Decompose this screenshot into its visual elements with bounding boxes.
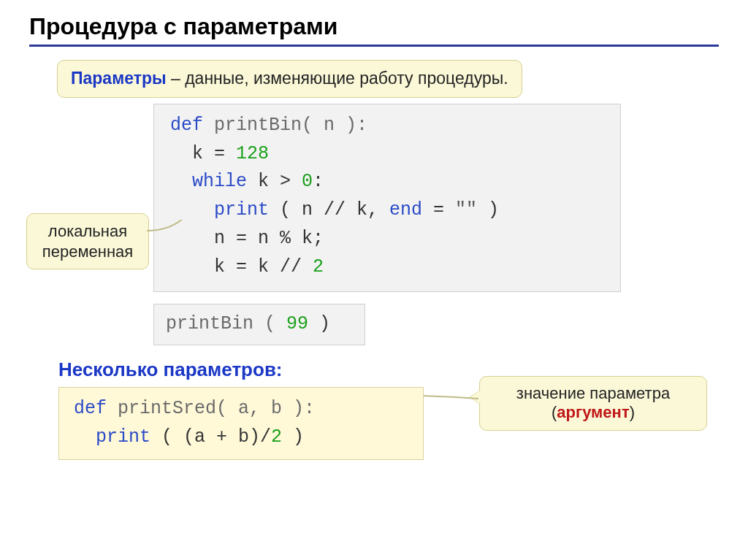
local-variable-callout: локальная переменная <box>26 213 149 269</box>
call-code-block: printBin ( 99 ) <box>153 304 365 345</box>
local-var-line1: локальная <box>48 222 127 240</box>
term-argument: аргумент <box>557 403 629 421</box>
multi-param-code-block: def printSred( a, b ): print ( (a + b)/2… <box>58 387 424 460</box>
arg-line1: значение параметра <box>516 384 670 402</box>
argument-callout: значение параметра (аргумент) <box>479 376 707 431</box>
definition-text: – данные, изменяющие работу процедуры. <box>167 69 508 88</box>
local-var-connector <box>147 220 186 242</box>
term-parameters: Параметры <box>71 69 167 88</box>
local-var-line2: переменная <box>42 242 133 261</box>
slide-title: Процедура с параметрами <box>29 13 719 47</box>
definition-callout: Параметры – данные, изменяющие работу пр… <box>57 60 522 98</box>
main-code-block: def printBin( n ): k = 128 while k > 0: … <box>153 104 621 293</box>
